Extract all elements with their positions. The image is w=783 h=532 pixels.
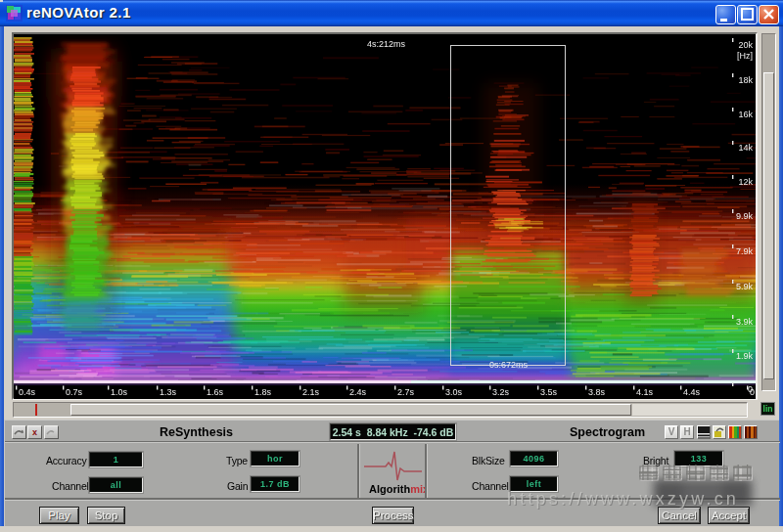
svg-text:1.0s: 1.0s — [111, 387, 128, 397]
svg-text:9.9k: 9.9k — [736, 211, 754, 221]
svg-text:4.1s: 4.1s — [636, 387, 654, 397]
svg-text:2.1s: 2.1s — [302, 387, 320, 397]
svg-text:3.0s: 3.0s — [445, 387, 463, 397]
svg-text:16k: 16k — [738, 110, 753, 119]
svg-text:12k: 12k — [738, 177, 753, 187]
svg-text:0: 0 — [750, 387, 755, 397]
svg-text:20k: 20k — [738, 40, 753, 50]
svg-text:Algorithmix: Algorithmix — [369, 483, 425, 495]
svg-text:3.5s: 3.5s — [540, 387, 558, 397]
svg-text:[Hz]: [Hz] — [737, 51, 753, 61]
svg-text:0s:672ms: 0s:672ms — [489, 360, 529, 370]
svg-text:14k: 14k — [738, 143, 753, 153]
svg-text:1.6s: 1.6s — [207, 387, 224, 397]
svg-text:4s:212ms: 4s:212ms — [367, 39, 406, 49]
svg-text:1.3s: 1.3s — [160, 387, 177, 397]
svg-text:3.9k: 3.9k — [736, 317, 754, 327]
svg-text:4.4s: 4.4s — [683, 387, 701, 397]
svg-text:2.4s: 2.4s — [349, 387, 367, 397]
svg-text:7.9k: 7.9k — [736, 246, 754, 256]
svg-text:2.7s: 2.7s — [397, 387, 415, 397]
svg-text:5.9k: 5.9k — [736, 282, 754, 291]
svg-text:3.2s: 3.2s — [492, 387, 510, 397]
svg-text:0.4s: 0.4s — [19, 387, 36, 397]
svg-text:3.8s: 3.8s — [588, 387, 606, 397]
svg-text:1.8s: 1.8s — [254, 387, 272, 397]
svg-text:18k: 18k — [738, 75, 753, 85]
svg-text:1.9k: 1.9k — [736, 351, 754, 361]
svg-text:0.7s: 0.7s — [66, 387, 83, 397]
